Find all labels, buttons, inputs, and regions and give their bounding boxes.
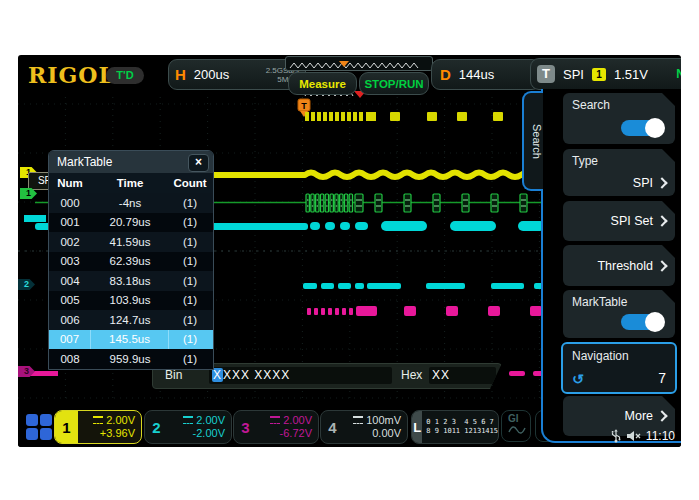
logic-row-1: 0 1 2 3 4 5 6 7: [426, 418, 498, 427]
usb-icon: [611, 429, 621, 443]
channel-scale: 2.00V: [183, 414, 225, 427]
menu-grid-icon[interactable]: [26, 414, 52, 440]
hex-value: XX: [432, 368, 450, 382]
ch2-position-marker[interactable]: [24, 215, 46, 222]
menu-item-search[interactable]: Search: [563, 93, 675, 144]
table-row[interactable]: 005103.9us(1): [49, 291, 213, 311]
table-row[interactable]: 008959.9us(1): [49, 349, 213, 369]
logic-channels-button[interactable]: L 0 1 2 3 4 5 6 78 9 1011 12131415: [411, 410, 499, 444]
channel-scale: 2.00V: [270, 414, 312, 427]
navigation-knob-icon[interactable]: ↺: [572, 371, 584, 387]
bin-value-field[interactable]: XXXX XXXX: [209, 367, 392, 384]
bin-cursor: X: [212, 368, 223, 382]
memory-preview-bar[interactable]: [285, 56, 433, 71]
sine-wave-icon: [508, 425, 526, 434]
trigger-status-badge: T'D: [106, 67, 144, 84]
chevron-right-icon: [656, 177, 667, 188]
logic-row-2: 8 9 1011 12131415: [426, 427, 498, 436]
delay-button[interactable]: D 144us: [431, 59, 541, 90]
timebase-value: 200us: [194, 67, 229, 82]
dc-coupling-icon: [183, 416, 193, 424]
marktable-toggle[interactable]: [621, 314, 663, 330]
tab-search[interactable]: Search: [522, 91, 543, 191]
chevron-right-icon: [656, 260, 667, 271]
channel-number: 1: [55, 411, 78, 443]
table-row[interactable]: 006124.7us(1): [49, 310, 213, 330]
d-label: D: [440, 66, 451, 83]
bin-label: Bin: [165, 368, 182, 382]
channel-scale: 2.00V: [93, 414, 135, 427]
chevron-right-icon: [656, 410, 667, 421]
channel-number: 4: [321, 411, 344, 443]
table-row[interactable]: 000-4ns(1): [49, 193, 213, 213]
channel-4-button[interactable]: 4 100mV 0.00V: [320, 410, 408, 444]
menu-item-type[interactable]: Type SPI: [563, 149, 675, 196]
marktable-title: MarkTable ×: [49, 151, 213, 173]
table-row[interactable]: 00362.39us(1): [49, 252, 213, 272]
stop-run-button[interactable]: STOP/RUN: [359, 72, 429, 95]
trigger-level: 1.51V: [614, 67, 648, 82]
logic-label: L: [412, 411, 422, 443]
channel-3-button[interactable]: 3 2.00V -6.72V: [233, 410, 319, 444]
search-menu-panel: Search Search Type SPI SPI Set Threshold…: [541, 89, 681, 443]
table-row-selected[interactable]: 007145.5us(1): [49, 330, 213, 350]
rigol-logo: RIGOL: [28, 62, 115, 88]
table-row[interactable]: 00483.18us(1): [49, 271, 213, 291]
channel-offset: 0.00V: [372, 427, 401, 440]
measure-button[interactable]: Measure: [288, 72, 357, 95]
channel-offset: -6.72V: [280, 427, 312, 440]
oscilloscope-screen: T 1 SPI 1 2 3 Bin XXXX XXXX Hex XX MarkT…: [18, 55, 681, 447]
hex-label: Hex: [401, 368, 422, 382]
chevron-right-icon: [656, 215, 667, 226]
clock: 11:10: [646, 429, 675, 443]
table-row[interactable]: 00120.79us(1): [49, 213, 213, 233]
trigger-slope: N: [676, 67, 681, 81]
speaker-mute-icon[interactable]: [626, 430, 641, 442]
svg-text:T: T: [301, 101, 307, 111]
bin-value: XXX XXXX: [223, 368, 290, 382]
marktable-popup: MarkTable × NumTimeCount 000-4ns(1) 0012…: [48, 150, 214, 370]
channel-number: 2: [145, 411, 168, 443]
dc-coupling-icon: [353, 416, 363, 424]
search-toggle[interactable]: [621, 120, 663, 136]
dc-coupling-icon: [270, 416, 280, 424]
channel-scale: 100mV: [353, 414, 401, 427]
menu-item-navigation[interactable]: Navigation ↺ 7: [561, 342, 677, 394]
trigger-source-badge: 1: [592, 68, 606, 81]
status-row: 11:10: [611, 429, 675, 443]
close-icon[interactable]: ×: [188, 154, 209, 172]
generator-1-button[interactable]: GI: [501, 410, 531, 442]
trigger-type: SPI: [563, 67, 584, 82]
channel-2-button[interactable]: 2 2.00V -2.00V: [144, 410, 232, 444]
dc-coupling-icon: [93, 416, 103, 424]
channel-1-button[interactable]: 1 2.00V +3.96V: [54, 410, 142, 444]
table-row[interactable]: 00241.59us(1): [49, 232, 213, 252]
channel-number: 3: [234, 411, 257, 443]
channel-offset: +3.96V: [100, 427, 135, 440]
menu-item-marktable[interactable]: MarkTable: [563, 290, 675, 338]
menu-item-spi-set[interactable]: SPI Set: [563, 201, 675, 241]
h-label: H: [175, 66, 186, 83]
menu-item-threshold[interactable]: Threshold: [563, 245, 675, 286]
marktable-header: NumTimeCount: [49, 173, 213, 193]
delay-value: 144us: [459, 67, 494, 82]
trigger-button[interactable]: T SPI 1 1.51V N: [530, 58, 681, 90]
channel-offset: -2.00V: [193, 427, 225, 440]
t-label: T: [537, 65, 555, 83]
hex-value-field[interactable]: XX: [429, 367, 496, 384]
